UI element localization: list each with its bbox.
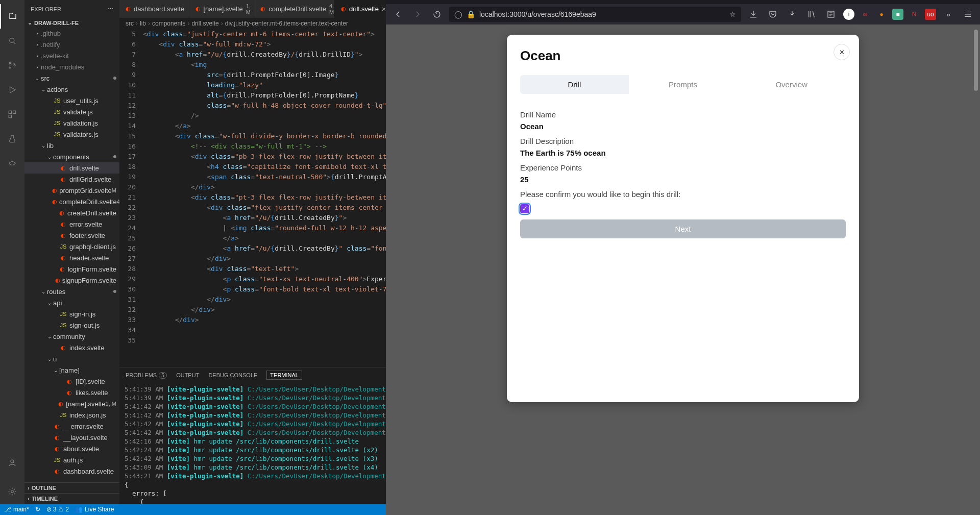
url-bar[interactable]: ◯ 🔒 localhost:3000/u/overasc/6169ebaa9 ☆ — [449, 7, 741, 22]
branch-indicator[interactable]: ⎇ main* — [4, 506, 29, 513]
timeline-section[interactable]: › TIMELINE — [24, 493, 119, 504]
file-item[interactable]: ◐error.svelte — [24, 218, 119, 230]
file-item[interactable]: ◐dashboard.svelte — [24, 465, 119, 477]
folder-item[interactable]: ⌄api — [24, 297, 119, 308]
chevron-down-icon: ⌄ — [28, 19, 32, 26]
folder-item[interactable]: ⌄u — [24, 353, 119, 364]
search-icon[interactable] — [0, 29, 24, 53]
modal-tab-overview[interactable]: Overview — [737, 75, 846, 94]
debug-console-tab[interactable]: DEBUG CONSOLE — [208, 372, 257, 378]
close-button[interactable]: ✕ — [834, 44, 850, 60]
folder-item[interactable]: ⌄components — [24, 151, 119, 162]
file-item[interactable]: JSvalidate.js — [24, 106, 119, 117]
run-debug-icon[interactable] — [0, 78, 24, 102]
folder-item[interactable]: ⌄lib — [24, 140, 119, 151]
problems-tab[interactable]: PROBLEMS5 — [126, 372, 167, 379]
file-item[interactable]: ◐completeDrill.svelte4, M — [24, 196, 119, 207]
svg-point-3 — [14, 65, 15, 66]
extensions-icon[interactable] — [0, 102, 24, 127]
file-item[interactable]: JSvalidators.js — [24, 129, 119, 140]
editor-tab[interactable]: ◐[name].svelte1, M — [189, 0, 255, 18]
more-icon[interactable]: ⋯ — [108, 6, 113, 12]
folder-item[interactable]: ⌄[name] — [24, 364, 119, 376]
code-view[interactable]: 5678910111213141516171819202122232425262… — [119, 29, 386, 367]
problems-indicator[interactable]: ⊘ 3 ⚠ 2 — [46, 506, 69, 513]
file-item[interactable]: ◐[ID].svelte — [24, 376, 119, 387]
file-item[interactable]: ◐likes.svelte — [24, 387, 119, 398]
modal-tab-drill[interactable]: Drill — [520, 75, 629, 94]
extension-icon[interactable]: ■ — [892, 9, 903, 20]
file-item[interactable]: JSindex.json.js — [24, 409, 119, 421]
file-item[interactable]: ◐__error.svelte — [24, 421, 119, 432]
file-item[interactable]: JSgraphql-client.js — [24, 241, 119, 252]
folder-item[interactable]: ⌄community — [24, 331, 119, 342]
terminal-output[interactable]: 5:41:39 AM [vite-plugin-svelte] C:/Users… — [119, 383, 386, 504]
library-icon[interactable] — [804, 7, 819, 21]
folder-item[interactable]: ›node_modules — [24, 61, 119, 72]
scrollbar[interactable] — [973, 30, 979, 387]
browser-tabbar[interactable] — [386, 0, 980, 4]
extension-icon[interactable]: N — [909, 9, 920, 20]
project-section[interactable]: ⌄ DRAW-DRILL-FE — [24, 18, 119, 28]
star-icon[interactable]: ☆ — [729, 10, 736, 18]
liveshare-indicator[interactable]: 👥 Live Share — [75, 506, 114, 513]
folder-item[interactable]: ⌄routes — [24, 286, 119, 297]
file-item[interactable]: ◐signupForm.svelte — [24, 275, 119, 286]
breadcrumbs[interactable]: src›lib›components›drill.svelte›div.just… — [119, 18, 386, 29]
pocket-icon[interactable] — [766, 7, 780, 21]
chevron-right-icon: › — [28, 496, 30, 502]
editor-tab[interactable]: ◐completeDrill.svelte4, M — [254, 0, 335, 18]
lock-icon: 🔒 — [467, 10, 475, 18]
source-control-icon[interactable] — [0, 53, 24, 78]
explorer-icon[interactable] — [0, 4, 24, 29]
folder-item[interactable]: ›.github — [24, 28, 119, 39]
file-item[interactable]: ◐loginForm.svelte — [24, 263, 119, 275]
extension-icon[interactable]: uo — [925, 9, 936, 20]
forward-button[interactable] — [410, 7, 425, 21]
settings-icon[interactable] — [0, 479, 24, 504]
file-item[interactable]: ◐index.svelte — [24, 342, 119, 353]
folder-item[interactable]: ›.netlify — [24, 39, 119, 50]
file-item[interactable]: ◐drill.svelte — [24, 162, 119, 174]
extension-icon[interactable]: i — [843, 9, 854, 20]
accounts-icon[interactable] — [0, 451, 24, 475]
svg-point-8 — [11, 491, 14, 493]
folder-item[interactable]: ›.svelte-kit — [24, 50, 119, 61]
extension-icon[interactable]: ● — [876, 9, 887, 20]
output-tab[interactable]: OUTPUT — [176, 372, 199, 378]
file-item[interactable]: ◐[name].svelte1, M — [24, 398, 119, 409]
file-item[interactable]: ◐promptGrid.svelteM — [24, 185, 119, 196]
folder-item[interactable]: ⌄src — [24, 72, 119, 84]
file-item[interactable]: JSsign-in.js — [24, 308, 119, 320]
file-item[interactable]: ◐footer.svelte — [24, 230, 119, 241]
downloads-icon[interactable] — [746, 7, 761, 21]
back-button[interactable] — [391, 7, 405, 21]
download-arrow-icon[interactable] — [785, 7, 799, 21]
overflow-icon[interactable]: » — [941, 7, 955, 21]
extension-icon[interactable]: ∞ — [860, 9, 871, 20]
testing-icon[interactable] — [0, 127, 24, 151]
editor-tab[interactable]: ◐drill.svelte× — [335, 0, 386, 18]
confirm-checkbox[interactable]: ✓ — [520, 204, 529, 213]
code-lines[interactable]: <div class="justify-center mt-6 items-ce… — [143, 29, 386, 367]
reload-button[interactable] — [430, 7, 444, 21]
file-item[interactable]: JSsign-out.js — [24, 320, 119, 331]
menu-icon[interactable] — [961, 7, 975, 21]
reader-icon[interactable] — [824, 7, 838, 21]
outline-section[interactable]: › OUTLINE — [24, 482, 119, 493]
file-item[interactable]: ◐header.svelte — [24, 252, 119, 263]
folder-item[interactable]: ⌄actions — [24, 84, 119, 95]
next-button[interactable]: Next — [520, 219, 846, 238]
file-item[interactable]: ◐createDrill.svelte — [24, 207, 119, 218]
file-item[interactable]: JSuser_utils.js — [24, 95, 119, 106]
file-item[interactable]: ◐drillGrid.svelte — [24, 174, 119, 185]
editor-tab[interactable]: ◐dashboard.svelte — [119, 0, 189, 18]
terminal-tab[interactable]: TERMINAL — [266, 371, 302, 380]
file-item[interactable]: JSvalidation.js — [24, 117, 119, 129]
file-item[interactable]: ◐__layout.svelte — [24, 432, 119, 443]
file-item[interactable]: ◐about.svelte — [24, 443, 119, 454]
file-item[interactable]: JSauth.js — [24, 454, 119, 465]
liveshare-icon[interactable] — [0, 151, 24, 176]
sync-button[interactable]: ↻ — [35, 506, 40, 513]
modal-tab-prompts[interactable]: Prompts — [629, 75, 738, 94]
